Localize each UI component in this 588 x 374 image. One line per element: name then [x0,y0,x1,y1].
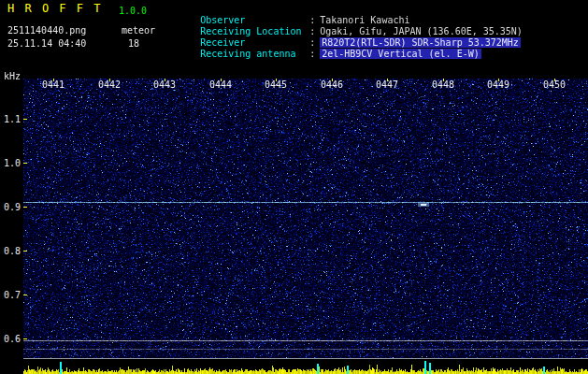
observation-datetime: 25.11.14 04:40 [7,38,86,49]
info-label: Observer [200,15,309,26]
freq-label: 1.0 [0,158,21,168]
time-label: 0449 [486,79,510,90]
colon: : [309,15,315,25]
time-label: 0444 [208,79,233,90]
spectrogram-canvas [23,79,588,374]
colon: : [309,37,315,48]
time-label: 0442 [97,79,122,90]
app-version: 1.0.0 [119,6,147,16]
info-label: Receiving antenna [200,49,309,60]
info-label: Receiver [200,37,309,49]
freq-label: 0.8 [0,246,21,256]
station-info: Observer:Takanori Kawachi Receiving Loca… [166,4,523,49]
time-label: 0447 [375,79,399,90]
time-label: 0446 [320,79,344,90]
info-label: Receiving Location [200,26,309,37]
echo-count: 18 [128,38,139,49]
time-label: 0443 [152,79,177,90]
time-label: 0445 [264,79,288,90]
app-title: H R O F F T [7,4,102,14]
time-label: 0450 [542,79,566,90]
info-value: Takanori Kawachi [320,15,409,25]
output-filename: 2511140440.png [7,25,86,36]
colon: : [309,26,315,36]
colon: : [309,49,315,59]
info-value: Ogaki, Gifu, JAPAN (136.60E, 35.35N) [320,26,523,36]
freq-label: 0.7 [0,290,21,300]
info-value: 2el-HB9CV Vertical (el. E-W) [320,49,481,59]
info-value: R820T2(RTL-SDR) SDR-Sharp 53.372MHz [320,37,521,48]
info-row-observer: Observer:Takanori Kawachi [166,4,523,15]
time-label: 0448 [431,79,455,90]
mode-label: meteor [122,25,155,36]
freq-label: 0.9 [0,202,21,212]
freq-label: 0.6 [0,334,21,344]
freq-label: 1.1 [0,114,21,124]
y-axis-unit: kHz [0,71,21,81]
hrofft-output: H R O F F T 1.0.0 2511140440.png meteor … [0,0,588,374]
time-label: 0441 [41,79,65,90]
